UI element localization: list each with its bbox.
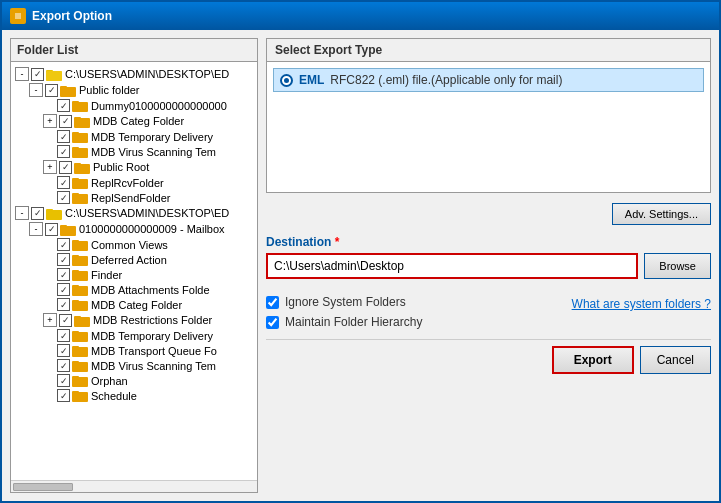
checkbox-common-views[interactable] (57, 238, 70, 251)
export-type-section: Select Export Type EML RFC822 (.eml) fil… (266, 38, 711, 193)
folder-icon-mdb-categ2 (72, 298, 88, 311)
export-button[interactable]: Export (552, 346, 634, 374)
maintain-hierarchy-label[interactable]: Maintain Folder Hierarchy (285, 315, 422, 329)
radio-eml[interactable] (280, 74, 293, 87)
cancel-button[interactable]: Cancel (640, 346, 711, 374)
svg-rect-24 (60, 225, 67, 228)
right-panel: Select Export Type EML RFC822 (.eml) fil… (266, 38, 711, 493)
expand-mailbox[interactable]: - (29, 222, 43, 236)
expand-public-folder[interactable]: - (29, 83, 43, 97)
svg-rect-36 (74, 316, 81, 319)
expand-mdb-categ[interactable]: + (43, 114, 57, 128)
folder-icon-root2 (46, 207, 62, 220)
title-bar: Export Option (2, 2, 719, 30)
label-finder: Finder (91, 269, 122, 281)
tree-mdb-categ2[interactable]: MDB Categ Folder (11, 297, 257, 312)
tree-mdb-virus2[interactable]: MDB Virus Scanning Tem (11, 358, 257, 373)
ignore-system-label[interactable]: Ignore System Folders (285, 295, 406, 309)
checkbox-repl-rcv[interactable] (57, 176, 70, 189)
checkbox-mdb-temp-del2[interactable] (57, 329, 70, 342)
svg-rect-26 (72, 240, 79, 243)
expand-mdb-restrict[interactable]: + (43, 313, 57, 327)
tree-root2[interactable]: - C:\USERS\ADMIN\DESKTOP\ED (11, 205, 257, 221)
folder-icon-orphan (72, 374, 88, 387)
tree-mdb-virus[interactable]: MDB Virus Scanning Tem (11, 144, 257, 159)
maintain-hierarchy-checkbox[interactable] (266, 316, 279, 329)
tree-dummy[interactable]: Dummy0100000000000000 (11, 98, 257, 113)
folder-tree[interactable]: - C:\USERS\ADMIN\DESKTOP\ED - Public fol… (11, 62, 257, 480)
checkbox-mdb-attach[interactable] (57, 283, 70, 296)
export-type-header: Select Export Type (267, 39, 710, 62)
tree-public-folder[interactable]: - Public folder (11, 82, 257, 98)
folder-icon-public-root (74, 161, 90, 174)
tree-mdb-restrict[interactable]: + MDB Restrictions Folder (11, 312, 257, 328)
checkbox-repl-send[interactable] (57, 191, 70, 204)
adv-settings-row: Adv. Settings... (266, 199, 711, 229)
tree-common-views[interactable]: Common Views (11, 237, 257, 252)
tree-repl-send[interactable]: ReplSendFolder (11, 190, 257, 205)
adv-settings-button[interactable]: Adv. Settings... (612, 203, 711, 225)
checkbox-mdb-temp-del[interactable] (57, 130, 70, 143)
checkbox-public-folder[interactable] (45, 84, 58, 97)
tree-repl-rcv[interactable]: ReplRcvFolder (11, 175, 257, 190)
folder-icon-mailbox (60, 223, 76, 236)
export-option-eml[interactable]: EML RFC822 (.eml) file.(Applicable only … (273, 68, 704, 92)
label-mdb-categ2: MDB Categ Folder (91, 299, 182, 311)
label-orphan: Orphan (91, 375, 128, 387)
destination-input[interactable] (266, 253, 638, 279)
checkbox-deferred-action[interactable] (57, 253, 70, 266)
label-root1: C:\USERS\ADMIN\DESKTOP\ED (65, 68, 229, 80)
folder-icon-finder (72, 268, 88, 281)
checkbox-mdb-virus[interactable] (57, 145, 70, 158)
tree-mdb-transport[interactable]: MDB Transport Queue Fo (11, 343, 257, 358)
checkbox-mdb-restrict[interactable] (59, 314, 72, 327)
expand-root1[interactable]: - (15, 67, 29, 81)
ignore-system-checkbox[interactable] (266, 296, 279, 309)
tree-root1[interactable]: - C:\USERS\ADMIN\DESKTOP\ED (11, 66, 257, 82)
checkbox-mdb-categ[interactable] (59, 115, 72, 128)
checkbox-finder[interactable] (57, 268, 70, 281)
tree-finder[interactable]: Finder (11, 267, 257, 282)
svg-rect-44 (72, 376, 79, 379)
browse-button[interactable]: Browse (644, 253, 711, 279)
svg-rect-46 (72, 391, 79, 394)
svg-rect-28 (72, 255, 79, 258)
tree-schedule[interactable]: Schedule (11, 388, 257, 403)
export-options: EML RFC822 (.eml) file.(Applicable only … (267, 62, 710, 192)
tree-public-root[interactable]: + Public Root (11, 159, 257, 175)
bottom-bar: Export Cancel (266, 339, 711, 374)
destination-input-row: Browse (266, 253, 711, 279)
checkbox-dummy[interactable] (57, 99, 70, 112)
expand-public-root[interactable]: + (43, 160, 57, 174)
checkbox-mailbox[interactable] (45, 223, 58, 236)
checkbox-public-root[interactable] (59, 161, 72, 174)
checkbox-root2[interactable] (31, 207, 44, 220)
what-are-system-folders-link[interactable]: What are system folders ? (572, 297, 711, 311)
svg-rect-34 (72, 300, 79, 303)
export-desc-eml: RFC822 (.eml) file.(Applicable only for … (330, 73, 562, 87)
checkbox-mdb-virus2[interactable] (57, 359, 70, 372)
svg-rect-8 (72, 101, 79, 104)
label-public-root: Public Root (93, 161, 149, 173)
tree-mailbox[interactable]: - 0100000000000009 - Mailbox (11, 221, 257, 237)
label-public-folder: Public folder (79, 84, 140, 96)
tree-mdb-attach[interactable]: MDB Attachments Folde (11, 282, 257, 297)
folder-icon-mdb-virus2 (72, 359, 88, 372)
tree-orphan[interactable]: Orphan (11, 373, 257, 388)
checkbox-mdb-categ2[interactable] (57, 298, 70, 311)
checkbox-mdb-transport[interactable] (57, 344, 70, 357)
tree-mdb-temp-del[interactable]: MDB Temporary Delivery (11, 129, 257, 144)
checkbox-orphan[interactable] (57, 374, 70, 387)
expand-root2[interactable]: - (15, 206, 29, 220)
tree-mdb-temp-del2[interactable]: MDB Temporary Delivery (11, 328, 257, 343)
checkboxes-row: Ignore System Folders Maintain Folder Hi… (266, 295, 711, 329)
checkbox-schedule[interactable] (57, 389, 70, 402)
tree-mdb-categ[interactable]: + MDB Categ Folder (11, 113, 257, 129)
label-mdb-virus: MDB Virus Scanning Tem (91, 146, 216, 158)
label-mdb-temp-del2: MDB Temporary Delivery (91, 330, 213, 342)
checkbox-root1[interactable] (31, 68, 44, 81)
svg-rect-12 (72, 132, 79, 135)
required-marker: * (335, 235, 340, 249)
tree-deferred-action[interactable]: Deferred Action (11, 252, 257, 267)
label-root2: C:\USERS\ADMIN\DESKTOP\ED (65, 207, 229, 219)
